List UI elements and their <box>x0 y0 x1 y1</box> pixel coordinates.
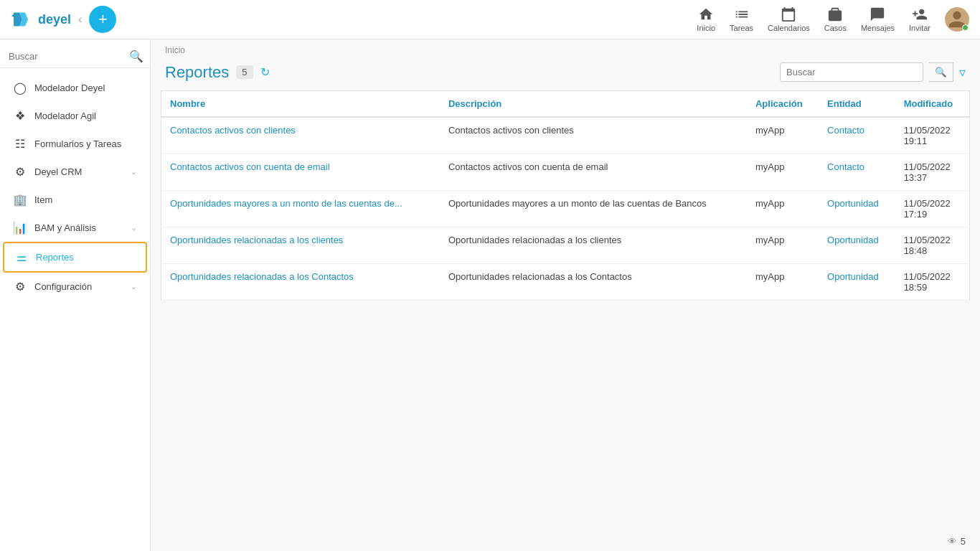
sidebar-item-modelador-deyel[interactable]: ◯ Modelador Deyel <box>3 74 147 102</box>
content-area: Inicio Reportes 5 ↻ 🔍 ▿ Nombre Descripci… <box>151 39 980 551</box>
col-modificado: Modificado <box>895 91 970 118</box>
gear-icon: ⚙ <box>13 280 27 293</box>
hexagon-icon: ❖ <box>13 109 27 123</box>
filter-button[interactable]: ▿ <box>959 65 966 80</box>
sidebar-item-item-label: Item <box>34 194 137 205</box>
cell-aplicacion: myApp <box>747 227 819 264</box>
bar-chart-icon: 📊 <box>13 221 27 235</box>
cell-entidad[interactable]: Contacto <box>819 117 895 154</box>
chevron-down-icon-config: ⌄ <box>131 282 137 291</box>
cell-descripcion: Contactos activos con cuenta de email <box>440 154 747 191</box>
nav-calendarios[interactable]: Calendarios <box>768 6 810 32</box>
sidebar-item-modelador-agil-label: Modelador Agil <box>34 110 137 121</box>
cell-descripcion: Oportunidades mayores a un monto de las … <box>440 191 747 227</box>
nav-right: Inicio Tareas Calendarios Casos Mensajes… <box>697 6 969 32</box>
nav-mensajes[interactable]: Mensajes <box>861 6 895 32</box>
table-search-button[interactable]: 🔍 <box>929 62 953 82</box>
sidebar-collapse-button[interactable]: ‹ <box>78 13 82 26</box>
nav-tareas-label: Tareas <box>730 24 753 32</box>
table-icon: ☷ <box>13 137 27 151</box>
search-input[interactable] <box>9 51 129 62</box>
cell-nombre[interactable]: Oportunidades mayores a un monto de las … <box>161 191 440 227</box>
online-indicator <box>962 24 969 31</box>
nav-casos-label: Casos <box>824 24 847 32</box>
nav-inicio[interactable]: Inicio <box>697 6 715 32</box>
col-nombre: Nombre <box>161 91 440 118</box>
col-descripcion: Descripción <box>440 91 747 118</box>
table-row: Contactos activos con clientes Contactos… <box>161 117 970 154</box>
main-layout: 🔍 ◯ Modelador Deyel ❖ Modelador Agil ☷ F… <box>0 39 980 551</box>
sidebar-item-item[interactable]: 🏢 Item <box>3 186 147 214</box>
logo-icon <box>11 9 34 29</box>
sidebar-item-modelador-agil[interactable]: ❖ Modelador Agil <box>3 102 147 130</box>
nav-invitar-label: Invitar <box>909 24 930 32</box>
nav-calendarios-label: Calendarios <box>768 24 810 32</box>
briefcase-icon <box>827 6 843 22</box>
grid-icon: ⚌ <box>14 250 29 264</box>
home-icon <box>698 6 714 22</box>
cell-nombre[interactable]: Oportunidades relacionadas a los Contact… <box>161 264 440 301</box>
cell-entidad[interactable]: Oportunidad <box>819 264 895 301</box>
list-icon <box>734 6 750 22</box>
sidebar-item-deyel-crm[interactable]: ⚙ Deyel CRM ⌄ <box>3 158 147 186</box>
puzzle-icon: ⚙ <box>13 165 27 179</box>
footer-count: 5 <box>961 536 966 547</box>
chevron-down-icon-bam: ⌄ <box>131 223 137 232</box>
eye-icon: 👁 <box>948 536 957 547</box>
cell-descripcion: Oportunidades relacionadas a los cliente… <box>440 227 747 264</box>
cell-aplicacion: myApp <box>747 264 819 301</box>
table-body: Contactos activos con clientes Contactos… <box>161 117 970 301</box>
cell-nombre[interactable]: Contactos activos con clientes <box>161 117 440 154</box>
nav-invitar[interactable]: Invitar <box>909 6 930 32</box>
refresh-button[interactable]: ↻ <box>260 65 270 79</box>
sidebar: 🔍 ◯ Modelador Deyel ❖ Modelador Agil ☷ F… <box>0 39 151 551</box>
breadcrumb: Inicio <box>151 39 980 58</box>
sidebar-item-modelador-deyel-label: Modelador Deyel <box>34 83 137 93</box>
cell-nombre[interactable]: Contactos activos con cuenta de email <box>161 154 440 191</box>
user-avatar-wrap[interactable] <box>945 7 969 32</box>
person-plus-icon <box>912 6 928 22</box>
cell-modificado: 11/05/202218:59 <box>895 264 970 301</box>
cell-aplicacion: myApp <box>747 117 819 154</box>
sidebar-search-bar[interactable]: 🔍 <box>0 45 150 68</box>
cell-entidad[interactable]: Contacto <box>819 154 895 191</box>
sidebar-item-configuracion[interactable]: ⚙ Configuración ⌄ <box>3 273 147 301</box>
table-row: Oportunidades relacionadas a los Contact… <box>161 264 970 301</box>
add-button[interactable]: + <box>89 6 116 33</box>
table-wrapper: Nombre Descripción Aplicación Entidad Mo… <box>151 90 980 532</box>
table-row: Contactos activos con cuenta de email Co… <box>161 154 970 191</box>
sidebar-item-bam-analisis[interactable]: 📊 BAM y Análisis ⌄ <box>3 214 147 242</box>
nav-casos[interactable]: Casos <box>824 6 847 32</box>
nav-tareas[interactable]: Tareas <box>730 6 753 32</box>
building-icon: 🏢 <box>13 193 27 207</box>
page-title: Reportes <box>165 63 229 82</box>
cell-descripcion: Contactos activos con clientes <box>440 117 747 154</box>
col-aplicacion: Aplicación <box>747 91 819 118</box>
cell-entidad[interactable]: Oportunidad <box>819 191 895 227</box>
top-navigation: deyel ‹ + Inicio Tareas Calendarios Caso… <box>0 0 980 39</box>
sidebar-item-formularios-tareas-label: Formularios y Tareas <box>34 138 137 149</box>
sidebar-item-reportes[interactable]: ⚌ Reportes <box>3 242 147 273</box>
search-icon[interactable]: 🔍 <box>129 50 143 63</box>
cell-modificado: 11/05/202219:11 <box>895 117 970 154</box>
calendar-icon <box>781 6 796 22</box>
table-search-input[interactable] <box>780 62 923 82</box>
nav-left: deyel ‹ + <box>11 6 116 33</box>
page-header: Reportes 5 ↻ 🔍 ▿ <box>151 58 980 90</box>
cell-modificado: 11/05/202218:48 <box>895 227 970 264</box>
page-header-right: 🔍 ▿ <box>780 62 966 82</box>
chat-icon <box>870 6 885 22</box>
table-footer: 👁 5 <box>151 532 980 551</box>
page-header-left: Reportes 5 ↻ <box>165 63 270 82</box>
count-badge: 5 <box>236 65 253 79</box>
cell-entidad[interactable]: Oportunidad <box>819 227 895 264</box>
reports-table: Nombre Descripción Aplicación Entidad Mo… <box>161 90 970 301</box>
table-header: Nombre Descripción Aplicación Entidad Mo… <box>161 91 970 118</box>
cell-nombre[interactable]: Oportunidades relacionadas a los cliente… <box>161 227 440 264</box>
sidebar-item-formularios-tareas[interactable]: ☷ Formularios y Tareas <box>3 130 147 158</box>
sidebar-item-deyel-crm-label: Deyel CRM <box>34 166 123 177</box>
chevron-down-icon: ⌄ <box>131 167 137 176</box>
sidebar-item-configuracion-label: Configuración <box>34 281 123 292</box>
cell-descripcion: Oportunidades relacionadas a los Contact… <box>440 264 747 301</box>
table-row: Oportunidades relacionadas a los cliente… <box>161 227 970 264</box>
